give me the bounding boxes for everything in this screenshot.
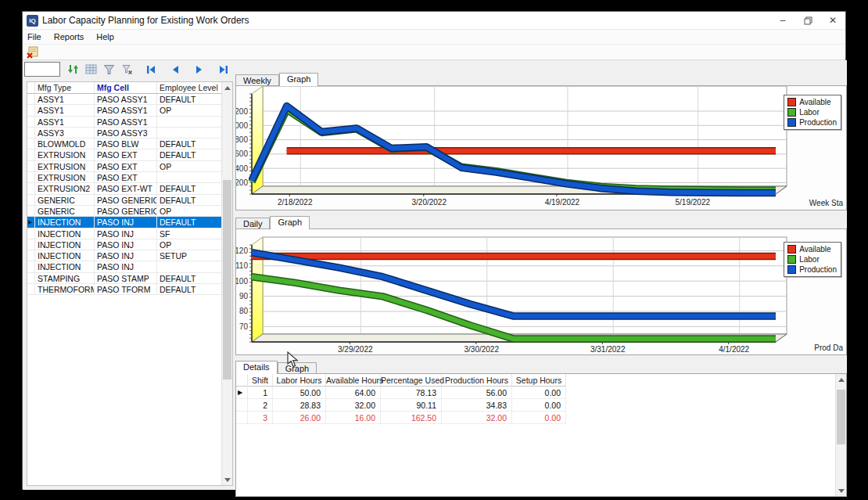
column-header-production-hours[interactable]: Production Hours — [442, 374, 512, 387]
table-cell: GENERIC — [35, 206, 95, 217]
menu-bar: File Reports Help — [23, 30, 845, 45]
svg-text:2/18/2022: 2/18/2022 — [278, 198, 313, 207]
table-row[interactable]: EXTRUSIONPASO EXTDEFAULT — [27, 149, 232, 160]
search-input[interactable] — [24, 62, 60, 77]
menu-help[interactable]: Help — [96, 32, 114, 41]
column-header-labor-hours[interactable]: Labor Hours — [273, 374, 326, 387]
exit-form-button[interactable] — [25, 45, 41, 59]
table-row[interactable]: ▶INJECTIONPASO INJDEFAULT — [27, 217, 232, 228]
table-row[interactable]: EXTRUSIONPASO EXTOP — [27, 161, 232, 172]
filter-clear-button[interactable] — [119, 63, 135, 76]
table-cell: DEFAULT — [157, 183, 223, 194]
details-scrollbar[interactable] — [835, 374, 846, 496]
shift-row[interactable]: 326.0016.00162.5032.000.00 — [236, 412, 566, 424]
scroll-down-icon[interactable] — [222, 474, 232, 485]
tab-details[interactable]: Details — [235, 361, 278, 374]
shift-cell: 32.00 — [326, 399, 381, 412]
mouse-cursor — [287, 351, 299, 369]
menu-file[interactable]: File — [27, 32, 41, 41]
tab-daily-graph[interactable]: Graph — [270, 216, 310, 229]
menu-reports[interactable]: Reports — [54, 32, 84, 41]
table-row[interactable]: THERMOFORMPASO TFORMDEFAULT — [27, 284, 232, 295]
table-row[interactable]: ASSY1PASO ASSY1OP — [27, 105, 232, 116]
close-button[interactable]: ✕ — [820, 12, 845, 29]
app-icon: IQ — [27, 15, 38, 27]
table-row[interactable]: ASSY1PASO ASSY1 — [27, 117, 232, 128]
legend-item: Labor — [787, 255, 837, 264]
shift-table: Shift Labor Hours Available Hours Percen… — [236, 374, 566, 424]
row-marker — [27, 172, 35, 183]
column-header-percentage-used[interactable]: Percentage Used — [381, 374, 442, 387]
column-header-available-hours[interactable]: Available Hours — [326, 374, 381, 387]
legend-label: Production — [799, 118, 837, 127]
legend-label: Labor — [799, 255, 820, 264]
scroll-up-icon[interactable] — [836, 374, 846, 385]
nav-prev-button[interactable] — [167, 63, 183, 76]
scroll-down-icon[interactable] — [836, 485, 846, 496]
table-row[interactable]: INJECTIONPASO INJOP — [27, 239, 232, 250]
legend-swatch — [787, 118, 796, 127]
column-header-shift[interactable]: Shift — [248, 374, 273, 387]
row-marker — [27, 94, 35, 105]
table-cell: OP — [157, 206, 223, 217]
table-row[interactable]: INJECTIONPASO INJSF — [27, 228, 232, 239]
nav-first-button[interactable] — [143, 63, 159, 76]
table-row[interactable]: EXTRUSIONPASO EXT — [27, 172, 232, 183]
tab-daily[interactable]: Daily — [235, 218, 270, 229]
table-row[interactable]: INJECTIONPASO INJSETUP — [27, 250, 232, 261]
table-cell: INJECTION — [35, 261, 95, 272]
nav-prev-icon — [170, 65, 180, 74]
table-row[interactable]: GENERICPASO GENERICOP — [27, 206, 232, 217]
filter-toolbar — [65, 63, 231, 76]
details-table-area: Shift Labor Hours Available Hours Percen… — [235, 373, 847, 497]
svg-text:800: 800 — [236, 135, 248, 144]
column-header-employee-level[interactable]: Employee Level — [157, 82, 223, 93]
table-row[interactable]: GENERICPASO GENERICDEFAULT — [27, 195, 232, 206]
svg-text:3/29/2022: 3/29/2022 — [338, 345, 373, 354]
daily-chart-area: 7080901001101203/29/20223/30/20223/31/20… — [235, 228, 847, 355]
table-cell: PASO INJ — [95, 239, 157, 250]
table-row[interactable]: STAMPINGPASO STAMPDEFAULT — [27, 273, 232, 284]
minimize-button[interactable]: – — [770, 12, 795, 29]
window-title: Labor Capacity Planning for Existing Wor… — [42, 15, 249, 26]
table-cell: DEFAULT — [157, 149, 223, 160]
scroll-thumb[interactable] — [837, 390, 845, 444]
table-cell: PASO INJ — [95, 228, 157, 239]
nav-first-icon — [145, 65, 156, 74]
grid-view-button[interactable] — [83, 63, 99, 76]
table-cell: PASO INJ — [95, 261, 157, 272]
svg-text:100: 100 — [236, 277, 248, 286]
table-cell: OP — [157, 239, 223, 250]
shift-row[interactable]: ▶150.0064.0078.1356.000.00 — [236, 387, 566, 399]
table-row[interactable]: ASSY3PASO ASSY3 — [27, 128, 232, 138]
table-row[interactable]: INJECTIONPASO INJ — [27, 261, 232, 272]
title-bar: IQ Labor Capacity Planning for Existing … — [23, 12, 845, 30]
column-header-mfg-cell[interactable]: Mfg Cell — [95, 82, 157, 93]
restore-button[interactable] — [795, 12, 820, 29]
toolbar — [23, 45, 845, 60]
left-table-scrollbar[interactable] — [221, 82, 232, 485]
nav-next-button[interactable] — [192, 63, 207, 76]
table-cell: DEFAULT — [157, 195, 223, 206]
legend-swatch — [787, 98, 796, 106]
table-row[interactable]: ASSY1PASO ASSY1DEFAULT — [27, 94, 232, 105]
nav-last-button[interactable] — [216, 63, 231, 76]
table-row[interactable]: EXTRUSION2PASO EXT-WTDEFAULT — [27, 183, 232, 194]
tab-weekly[interactable]: Weekly — [235, 74, 279, 86]
svg-text:200: 200 — [236, 178, 248, 187]
table-cell: DEFAULT — [157, 138, 223, 149]
table-row[interactable]: BLOWMOLDPASO BLWDEFAULT — [27, 138, 232, 149]
shift-row[interactable]: 228.8332.0090.1134.830.00 — [236, 399, 566, 412]
column-header-mfg-type[interactable]: Mfg Type — [35, 82, 95, 93]
filter-button[interactable] — [101, 63, 117, 76]
sort-button[interactable] — [65, 63, 81, 76]
column-header-setup-hours[interactable]: Setup Hours — [512, 374, 566, 387]
row-marker — [27, 250, 35, 261]
scroll-thumb[interactable] — [223, 180, 231, 379]
scroll-up-icon[interactable] — [222, 82, 232, 93]
tab-weekly-graph[interactable]: Graph — [279, 73, 319, 86]
legend-swatch — [787, 255, 796, 264]
table-cell: OP — [157, 105, 223, 116]
shift-cell: 0.00 — [512, 387, 566, 399]
shift-cell: 2 — [248, 399, 273, 412]
